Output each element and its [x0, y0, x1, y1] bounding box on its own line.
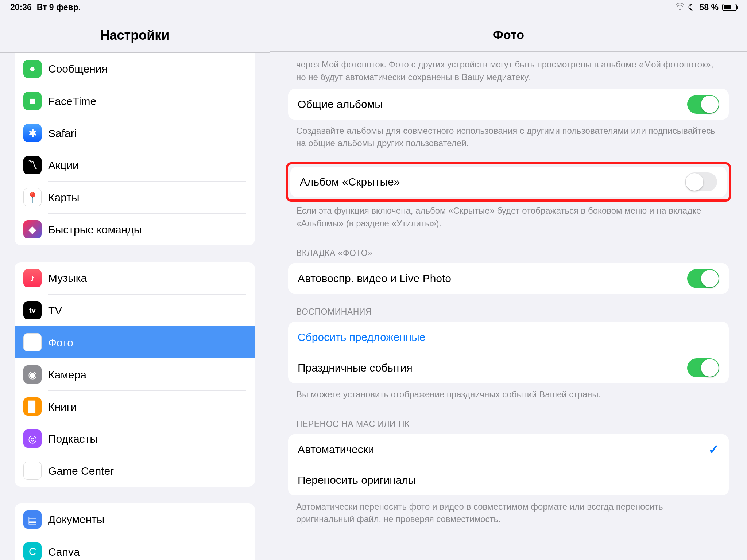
status-date: Вт 9 февр. — [37, 3, 81, 12]
sidebar-group-apps-1: ●Сообщения■FaceTime✱Safari〽Акции📍Карты◆Б… — [15, 53, 255, 245]
hidden-album-footnote: Если эта функция включена, альбом «Скрыт… — [288, 201, 729, 235]
shared-albums-group: Общие альбомы — [288, 89, 729, 120]
battery-icon — [722, 4, 737, 11]
docs-icon: ▤ — [23, 510, 42, 529]
sidebar-item-books[interactable]: ▉Книги — [15, 390, 255, 423]
camera-icon: ◉ — [23, 365, 42, 384]
sidebar-item-messages[interactable]: ●Сообщения — [15, 53, 255, 85]
photostream-footnote: через Мой фотопоток. Фото с других устро… — [288, 52, 729, 89]
detail-pane: Фото через Мой фотопоток. Фото с других … — [270, 15, 747, 560]
hidden-album-label: Альбом «Скрытые» — [300, 176, 685, 188]
sidebar-item-stocks[interactable]: 〽Акции — [15, 149, 255, 181]
facetime-icon: ■ — [23, 92, 42, 110]
status-bar: 20:36 Вт 9 февр. ☾ 58 % — [0, 0, 747, 15]
sidebar-item-podcasts[interactable]: ◎Подкасты — [15, 423, 255, 455]
reset-suggested-row[interactable]: Сбросить предложенные — [288, 322, 729, 353]
checkmark-icon: ✓ — [708, 442, 719, 457]
holiday-events-label: Праздничные события — [298, 362, 687, 374]
maps-icon: 📍 — [23, 188, 42, 206]
sidebar-item-label: Фото — [48, 337, 73, 349]
wifi-icon — [676, 3, 684, 12]
hidden-album-toggle[interactable] — [685, 172, 717, 191]
status-time: 20:36 — [10, 3, 32, 12]
podcasts-icon: ◎ — [23, 429, 42, 448]
shared-albums-row[interactable]: Общие альбомы — [288, 89, 729, 120]
transfer-auto-row[interactable]: Автоматически ✓ — [288, 434, 729, 465]
sidebar-item-music[interactable]: ♪Музыка — [15, 262, 255, 294]
sidebar-item-label: Камера — [48, 369, 86, 381]
sidebar-item-shortcuts[interactable]: ◆Быстрые команды — [15, 213, 255, 245]
holiday-footnote: Вы можете установить отображение праздни… — [288, 383, 729, 406]
autoplay-row[interactable]: Автовоспр. видео и Live Photo — [288, 263, 729, 294]
sidebar-item-label: Safari — [48, 127, 77, 140]
sidebar-item-camera[interactable]: ◉Камера — [15, 358, 255, 390]
sidebar-item-canva[interactable]: CCanva — [15, 536, 255, 560]
sidebar-item-label: Музыка — [48, 272, 87, 284]
autoplay-toggle[interactable] — [687, 269, 719, 288]
tv-icon: tv — [23, 301, 42, 319]
sidebar-item-label: Game Center — [48, 465, 114, 477]
messages-icon: ● — [23, 60, 42, 78]
canva-icon: C — [23, 542, 42, 560]
sidebar-item-label: Подкасты — [48, 433, 98, 445]
autoplay-label: Автовоспр. видео и Live Photo — [298, 272, 687, 285]
sidebar-item-label: Карты — [48, 191, 80, 204]
holiday-events-row[interactable]: Праздничные события — [288, 353, 729, 383]
memories-header: ВОСПОМИНАНИЯ — [288, 294, 729, 322]
photos-icon: ✿ — [23, 333, 42, 351]
music-icon: ♪ — [23, 269, 42, 287]
hidden-album-row[interactable]: Альбом «Скрытые» — [290, 167, 727, 197]
sidebar-item-safari[interactable]: ✱Safari — [15, 117, 255, 149]
shared-albums-footnote: Создавайте альбомы для совместного испол… — [288, 120, 729, 155]
highlight-annotation: Альбом «Скрытые» — [286, 162, 731, 202]
transfer-originals-row[interactable]: Переносить оригиналы — [288, 465, 729, 495]
transfer-auto-label: Автоматически — [298, 443, 708, 456]
settings-sidebar: Настройки ●Сообщения■FaceTime✱Safari〽Акц… — [0, 15, 270, 560]
sidebar-item-label: FaceTime — [48, 95, 96, 108]
sidebar-item-label: TV — [48, 304, 62, 317]
memories-group: Сбросить предложенные Праздничные событи… — [288, 322, 729, 383]
photo-tab-header: ВКЛАДКА «ФОТО» — [288, 235, 729, 263]
sidebar-item-docs[interactable]: ▤Документы — [15, 503, 255, 536]
shared-albums-label: Общие альбомы — [298, 98, 687, 110]
hidden-album-group: Альбом «Скрытые» — [290, 167, 727, 197]
detail-title: Фото — [270, 15, 747, 52]
transfer-group: Автоматически ✓ Переносить оригиналы — [288, 434, 729, 495]
sidebar-item-label: Быстрые команды — [48, 223, 142, 236]
holiday-events-toggle[interactable] — [687, 358, 719, 377]
sidebar-item-label: Сообщения — [48, 63, 108, 75]
transfer-originals-label: Переносить оригиналы — [298, 474, 719, 486]
shortcuts-icon: ◆ — [23, 220, 42, 238]
sidebar-item-label: Canva — [48, 546, 80, 558]
moon-icon: ☾ — [688, 2, 696, 12]
sidebar-item-maps[interactable]: 📍Карты — [15, 181, 255, 213]
sidebar-item-gamecenter[interactable]: ●Game Center — [15, 455, 255, 487]
sidebar-group-apps-2: ♪МузыкаtvTV✿Фото◉Камера▉Книги◎Подкасты●G… — [15, 262, 255, 487]
shared-albums-toggle[interactable] — [687, 95, 719, 114]
sidebar-item-photos[interactable]: ✿Фото — [15, 326, 255, 358]
sidebar-item-label: Документы — [48, 513, 105, 526]
autoplay-group: Автовоспр. видео и Live Photo — [288, 263, 729, 294]
transfer-header: ПЕРЕНОС НА MAC ИЛИ ПК — [288, 406, 729, 434]
sidebar-item-label: Акции — [48, 159, 79, 172]
stocks-icon: 〽 — [23, 156, 42, 174]
sidebar-group-apps-3: ▤ДокументыCCanva — [15, 503, 255, 560]
sidebar-item-facetime[interactable]: ■FaceTime — [15, 85, 255, 117]
sidebar-item-tv[interactable]: tvTV — [15, 294, 255, 326]
gamecenter-icon: ● — [23, 462, 42, 480]
transfer-footnote: Автоматически переносить фото и видео в … — [288, 495, 729, 531]
sidebar-title: Настройки — [0, 15, 270, 53]
battery-percent: 58 % — [700, 3, 719, 12]
reset-suggested-label: Сбросить предложенные — [298, 331, 719, 343]
books-icon: ▉ — [23, 397, 42, 416]
safari-icon: ✱ — [23, 124, 42, 142]
sidebar-item-label: Книги — [48, 401, 77, 413]
